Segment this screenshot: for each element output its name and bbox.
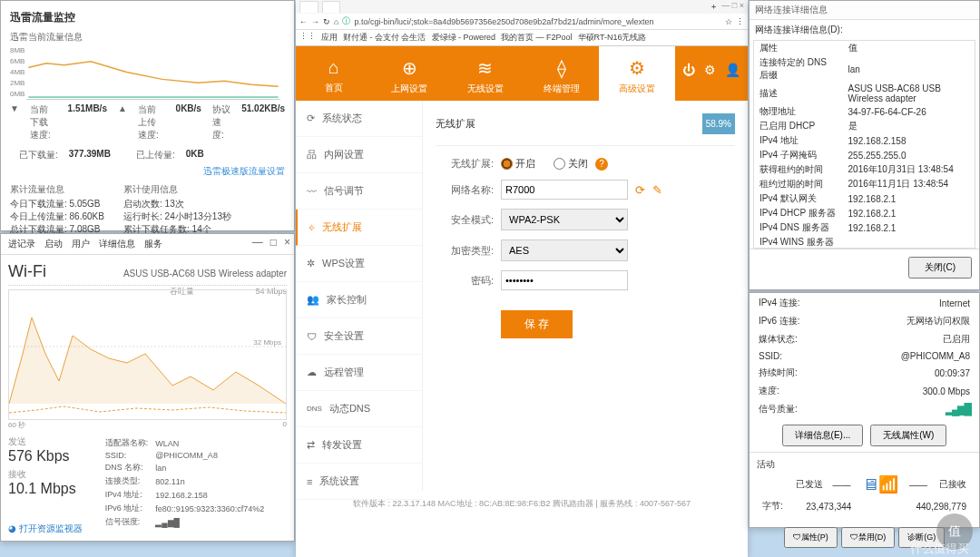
signal-icon: ▂▄▆█ (155, 518, 180, 527)
browser-window: ＋ — □ × ← → ↻ ⌂ ⓘ p.to/cgi-bin/luci/;sto… (296, 0, 748, 557)
nav-wifi[interactable]: ≋无线设置 (447, 46, 524, 101)
user-icon[interactable]: 👤 (725, 63, 740, 84)
status-icon: ⟳ (307, 112, 315, 124)
bookmark[interactable]: 我的首页 — F2Pool (501, 32, 573, 44)
netdetail-title: 网络连接详细信息 (750, 1, 979, 20)
power-icon[interactable]: ⏻ (682, 63, 695, 84)
radio-on[interactable]: 开启 (501, 157, 535, 171)
tab-history[interactable]: 进记录 (8, 238, 35, 250)
wifi-chart: 32 Mbps (8, 289, 287, 420)
edit-icon[interactable]: ✎ (652, 183, 662, 197)
menubar: 进记录 启动 用户 详细信息 服务 (1, 234, 294, 255)
xunlei-chart (26, 45, 280, 100)
tab-services[interactable]: 服务 (144, 238, 162, 250)
bookmark[interactable]: 华硕RT-N16无线路 (578, 32, 647, 44)
page-title: 无线扩展 (436, 117, 475, 131)
task-manager: —□× 进记录 启动 用户 详细信息 服务 Wi-Fi ASUS USB-AC6… (0, 233, 295, 542)
help-icon[interactable]: ? (595, 158, 608, 171)
nav-terminal[interactable]: ⟠终端管理 (524, 46, 600, 101)
recv-rate: 10.1 Mbps (8, 481, 76, 497)
apps-icon[interactable]: ⋮⋮ (299, 32, 316, 44)
cloud-icon: ☁ (307, 366, 317, 378)
minimize-icon[interactable]: — (252, 236, 263, 249)
props-button[interactable]: 🛡属性(P) (784, 527, 838, 548)
sidebar-item-system[interactable]: ≡系统设置 (296, 464, 422, 500)
scan-icon[interactable]: ⟳ (635, 183, 645, 197)
wifi-status: IPv4 连接:Internet IPv6 连接:无网络访问权限 媒体状态:已启… (749, 292, 980, 528)
bookmark[interactable]: 应用 (321, 32, 338, 44)
parental-icon: 👥 (307, 294, 319, 306)
star-icon[interactable]: ☆ (725, 17, 732, 26)
shield-icon: 🛡 (850, 533, 858, 542)
dns-icon: DNS (307, 405, 322, 413)
bookmark[interactable]: 爱绿绿 - Powered (432, 32, 496, 44)
sidebar-item-remote[interactable]: ☁远程管理 (296, 355, 422, 391)
home-nav-icon: ⌂ (296, 57, 372, 78)
forward-icon: ⇄ (307, 439, 315, 451)
xunlei-title: 迅雷流量监控 (10, 10, 285, 25)
radio-off[interactable]: 关闭 (554, 157, 588, 171)
close-icon[interactable]: × (284, 236, 290, 249)
up-arrow-icon: ▲ (118, 103, 127, 142)
lan-icon: 品 (307, 148, 317, 161)
main-nav: ⌂首页 ⊕上网设置 ≋无线设置 ⟠终端管理 ⚙高级设置 ⏻ ⚙ 👤 (296, 46, 748, 101)
wps-icon: ✲ (307, 258, 315, 269)
save-button[interactable]: 保 存 (501, 310, 573, 338)
sidebar-item-ddns[interactable]: DNS动态DNS (296, 391, 422, 427)
close-button[interactable]: 关闭(C) (908, 257, 972, 278)
tab-row: ＋ — □ × (296, 0, 748, 14)
sidebar-item-status[interactable]: ⟳系统状态 (296, 101, 422, 137)
tab-users[interactable]: 用户 (72, 238, 90, 250)
disable-button[interactable]: 🛡禁用(D) (841, 527, 896, 548)
signal-bars-icon: ▂▄▆█ (946, 403, 970, 415)
details-button[interactable]: 详细信息(E)... (782, 425, 864, 446)
sidebar: ⟳系统状态 品内网设置 〰信号调节 ⟡无线扩展 ✲WPS设置 👥家长控制 🛡安全… (296, 101, 423, 491)
encryption-select[interactable]: AES (501, 239, 628, 261)
reload-icon[interactable]: ↻ (323, 17, 330, 26)
new-tab-button[interactable]: ＋ (710, 1, 718, 13)
down-arrow-icon: ▼ (10, 103, 19, 142)
system-icon: ≡ (307, 476, 312, 487)
url-bar[interactable]: p.to/cgi-bin/luci/;stok=8a4d9b5697356e25… (354, 17, 721, 26)
sidebar-item-parental[interactable]: 👥家长控制 (296, 282, 422, 318)
network-icon: 🖥📶 (862, 475, 898, 493)
info-icon[interactable]: ⓘ (342, 15, 350, 27)
xunlei-settings-link[interactable]: 迅雷极速版流量设置 (10, 165, 285, 178)
home-icon[interactable]: ⌂ (334, 17, 338, 26)
bytes-sent: 23,473,344 (790, 498, 856, 514)
password-input[interactable] (501, 270, 628, 290)
maximize-icon[interactable]: □ (270, 236, 277, 249)
wifi-icon: ≋ (447, 57, 524, 79)
gear-icon[interactable]: ⚙ (704, 63, 716, 84)
sidebar-item-lan[interactable]: 品内网设置 (296, 137, 422, 173)
ssid-input[interactable] (501, 180, 628, 200)
adapter-name: ASUS USB-AC68 USB Wireless adapter (123, 269, 287, 278)
open-resmon-link[interactable]: 打开资源监视器 (19, 523, 83, 533)
nav-advanced[interactable]: ⚙高级设置 (599, 46, 675, 101)
antenna-icon: ⟡ (309, 221, 315, 233)
percent-badge: 58.9% (702, 113, 735, 134)
browser-tab[interactable] (299, 1, 318, 13)
globe-icon: ⊕ (372, 57, 448, 79)
shield-icon: 🛡 (307, 331, 317, 342)
menu-icon[interactable]: ⋮ (736, 17, 744, 26)
sidebar-item-security[interactable]: 🛡安全设置 (296, 318, 422, 355)
nav-internet[interactable]: ⊕上网设置 (372, 46, 448, 101)
bookmark[interactable]: 财付通 - 会支付 会生活 (343, 32, 426, 44)
svg-text:32 Mbps: 32 Mbps (253, 338, 281, 347)
sidebar-item-forward[interactable]: ⇄转发设置 (296, 427, 422, 464)
nav-home[interactable]: ⌂首页 (296, 46, 372, 101)
xunlei-monitor: 迅雷流量监控 迅雷当前流量信息 8MB6MB4MB2MB0MB ▼当前下载速度:… (0, 0, 295, 231)
back-icon[interactable]: ← (299, 17, 308, 26)
forward-icon[interactable]: → (311, 17, 319, 26)
tab-startup[interactable]: 启动 (44, 238, 63, 250)
security-select[interactable]: WPA2-PSK (501, 209, 628, 230)
sidebar-item-wlext[interactable]: ⟡无线扩展 (296, 210, 422, 246)
sidebar-item-wps[interactable]: ✲WPS设置 (296, 246, 422, 282)
sidebar-item-signal[interactable]: 〰信号调节 (296, 173, 422, 210)
wifi-props-button[interactable]: 无线属性(W) (870, 425, 946, 446)
browser-tab[interactable] (322, 1, 341, 13)
xunlei-subtitle: 迅雷当前流量信息 (10, 31, 285, 44)
sliders-icon: ⚙ (599, 57, 675, 79)
tab-details[interactable]: 详细信息 (99, 238, 135, 250)
